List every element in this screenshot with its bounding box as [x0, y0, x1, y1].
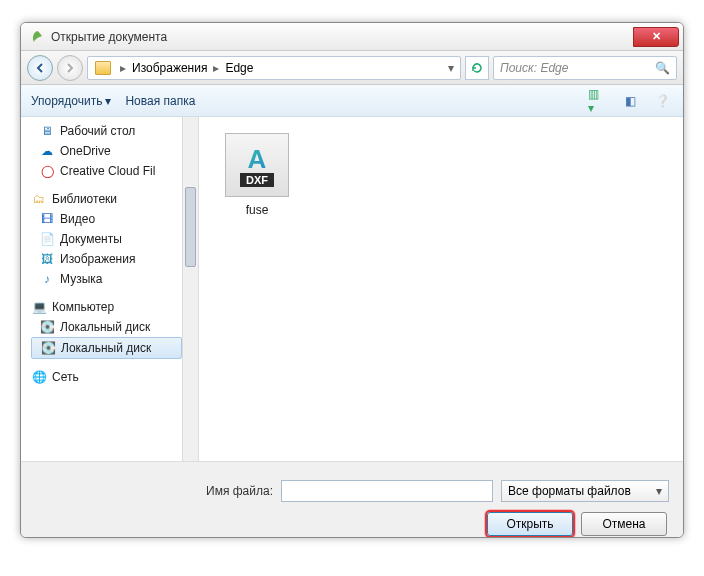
tree-item-images[interactable]: 🖼Изображения — [21, 249, 198, 269]
nav-pane: 🖥Рабочий стол ☁OneDrive ◯Creative Cloud … — [21, 117, 199, 461]
tree-item-localdisk[interactable]: 💽Локальный диск — [31, 337, 182, 359]
dialog-body: 🖥Рабочий стол ☁OneDrive ◯Creative Cloud … — [21, 117, 683, 461]
video-icon: 🎞 — [39, 211, 55, 227]
desktop-icon: 🖥 — [39, 123, 55, 139]
organize-menu[interactable]: Упорядочить▾ — [31, 94, 111, 108]
close-button[interactable]: ✕ — [633, 27, 679, 47]
creative-cloud-icon: ◯ — [39, 163, 55, 179]
file-name: fuse — [215, 203, 299, 217]
breadcrumb[interactable]: ▸ Изображения ▸ Edge ▾ — [87, 56, 461, 80]
toolbar: Упорядочить▾ Новая папка ▥ ▾ ◧ ❔ — [21, 85, 683, 117]
cancel-button[interactable]: Отмена — [581, 512, 667, 536]
file-extension-badge: DXF — [240, 173, 274, 187]
tree-group-computer[interactable]: 💻Компьютер — [21, 297, 198, 317]
breadcrumb-part[interactable]: Edge — [225, 61, 253, 75]
scrollbar[interactable] — [182, 117, 198, 461]
open-button[interactable]: Открыть — [487, 512, 573, 536]
back-button[interactable] — [27, 55, 53, 81]
dialog-footer: Имя файла: Все форматы файлов ▾ Открыть … — [21, 461, 683, 538]
cloud-icon: ☁ — [39, 143, 55, 159]
preview-pane-button[interactable]: ◧ — [619, 91, 641, 111]
search-input[interactable]: Поиск: Edge 🔍 — [493, 56, 677, 80]
network-icon: 🌐 — [31, 369, 47, 385]
pictures-icon: 🖼 — [39, 251, 55, 267]
file-list[interactable]: A DXF fuse — [199, 117, 683, 461]
document-icon: 📄 — [39, 231, 55, 247]
view-menu[interactable]: ▥ ▾ — [587, 91, 609, 111]
file-item[interactable]: A DXF fuse — [215, 133, 299, 217]
chevron-down-icon[interactable]: ▾ — [446, 61, 456, 75]
tree-group-libraries[interactable]: 🗂Библиотеки — [21, 189, 198, 209]
tree-item-music[interactable]: ♪Музыка — [21, 269, 198, 289]
computer-icon: 💻 — [31, 299, 47, 315]
chevron-down-icon: ▾ — [105, 94, 111, 108]
chevron-down-icon: ▾ — [656, 484, 662, 498]
navbar: ▸ Изображения ▸ Edge ▾ Поиск: Edge 🔍 — [21, 51, 683, 85]
forward-button[interactable] — [57, 55, 83, 81]
scroll-thumb[interactable] — [185, 187, 196, 267]
libraries-icon: 🗂 — [31, 191, 47, 207]
filename-label: Имя файла: — [35, 484, 273, 498]
breadcrumb-part[interactable]: Изображения — [132, 61, 207, 75]
refresh-button[interactable] — [465, 56, 489, 80]
app-icon — [29, 29, 45, 45]
music-icon: ♪ — [39, 271, 55, 287]
tree-item-desktop[interactable]: 🖥Рабочий стол — [21, 121, 198, 141]
tree-item-localdisk[interactable]: 💽Локальный диск — [21, 317, 198, 337]
open-dialog: Открытие документа ✕ ▸ Изображения ▸ Edg… — [20, 22, 684, 538]
help-button[interactable]: ❔ — [651, 91, 673, 111]
window-title: Открытие документа — [51, 30, 633, 44]
filename-input[interactable] — [281, 480, 493, 502]
tree-group-network[interactable]: 🌐Сеть — [21, 367, 198, 387]
new-folder-button[interactable]: Новая папка — [125, 94, 195, 108]
chevron-right-icon: ▸ — [211, 61, 221, 75]
autodesk-logo-icon: A — [248, 144, 267, 175]
search-icon: 🔍 — [655, 61, 670, 75]
disk-icon: 💽 — [40, 340, 56, 356]
search-placeholder: Поиск: Edge — [500, 61, 568, 75]
tree-item-onedrive[interactable]: ☁OneDrive — [21, 141, 198, 161]
chevron-right-icon: ▸ — [118, 61, 128, 75]
folder-icon — [95, 61, 111, 75]
dxf-file-icon: A DXF — [225, 133, 289, 197]
titlebar: Открытие документа ✕ — [21, 23, 683, 51]
tree-item-creativecloud[interactable]: ◯Creative Cloud Fil — [21, 161, 198, 181]
tree-item-documents[interactable]: 📄Документы — [21, 229, 198, 249]
disk-icon: 💽 — [39, 319, 55, 335]
tree-item-video[interactable]: 🎞Видео — [21, 209, 198, 229]
file-filter-select[interactable]: Все форматы файлов ▾ — [501, 480, 669, 502]
